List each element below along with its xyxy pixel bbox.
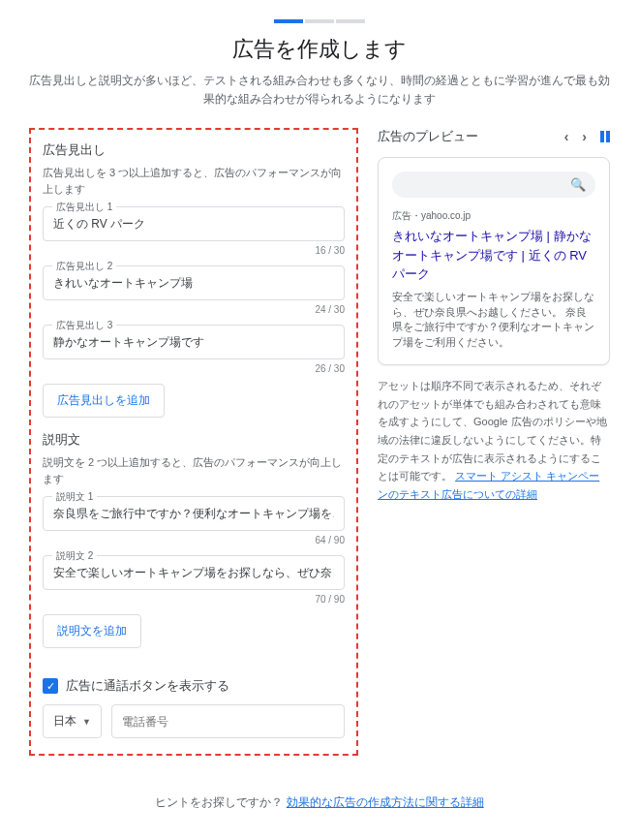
- headline-2-count: 24 / 30: [43, 304, 345, 315]
- headline-3-count: 26 / 30: [43, 363, 345, 374]
- preview-pause-button[interactable]: [600, 131, 610, 142]
- ad-description-preview: 安全で楽しいオートキャンプ場をお探しなら、ぜひ奈良県へお越しください。 奈良県を…: [392, 290, 595, 351]
- ad-preview-card: 🔍 広告・yahoo.co.jp きれいなオートキャンプ場 | 静かなオートキャ…: [378, 157, 610, 365]
- headline-3-label: 広告見出し 3: [52, 319, 116, 332]
- preview-title: 広告のプレビュー: [378, 128, 478, 145]
- show-call-button-label: 広告に通話ボタンを表示する: [66, 677, 229, 695]
- description-1-count: 64 / 90: [43, 535, 345, 545]
- ad-label: 広告・yahoo.co.jp: [392, 209, 595, 223]
- phone-input[interactable]: [111, 704, 345, 738]
- progress-bar: [29, 19, 610, 23]
- show-call-button-checkbox[interactable]: ✓: [43, 678, 58, 694]
- ad-headline-preview: きれいなオートキャンプ場 | 静かなオートキャンプ場です | 近くの RV パー…: [392, 227, 595, 284]
- preview-prev-button[interactable]: ‹: [564, 129, 569, 144]
- preview-next-button[interactable]: ›: [582, 129, 587, 144]
- page-title: 広告を作成します: [29, 35, 610, 64]
- headline-1-count: 16 / 30: [43, 245, 345, 256]
- preview-panel: 広告のプレビュー ‹ › 🔍 広告・yahoo.co.jp きれいなオートキャン…: [378, 128, 610, 756]
- add-headline-button[interactable]: 広告見出しを追加: [43, 384, 165, 418]
- description-section-help: 説明文を 2 つ以上追加すると、広告のパフォーマンスが向上します: [43, 454, 345, 486]
- preview-search-bar: 🔍: [392, 171, 595, 198]
- headline-section-title: 広告見出し: [43, 141, 345, 159]
- add-description-button[interactable]: 説明文を追加: [43, 614, 141, 648]
- hint-prefix: ヒントをお探しですか？: [155, 795, 283, 809]
- description-2-label: 説明文 2: [52, 549, 97, 563]
- hint-link[interactable]: 効果的な広告の作成方法に関する詳細: [287, 795, 484, 809]
- country-select[interactable]: 日本 ▼: [43, 704, 102, 738]
- chevron-down-icon: ▼: [82, 717, 91, 727]
- headline-section-help: 広告見出しを 3 つ以上追加すると、広告のパフォーマンスが向上します: [43, 165, 345, 197]
- description-1-label: 説明文 1: [52, 490, 97, 504]
- headline-1-label: 広告見出し 1: [52, 201, 116, 214]
- preview-note: アセットは順序不同で表示されるため、それぞれのアセットが単体でも組み合わされても…: [378, 377, 610, 504]
- country-value: 日本: [53, 713, 76, 730]
- description-section-title: 説明文: [43, 431, 345, 449]
- page-subtitle: 広告見出しと説明文が多いほど、テストされる組み合わせも多くなり、時間の経過ととも…: [29, 72, 610, 109]
- form-panel: 広告見出し 広告見出しを 3 つ以上追加すると、広告のパフォーマンスが向上します…: [29, 128, 358, 756]
- headline-2-label: 広告見出し 2: [52, 260, 116, 273]
- description-2-count: 70 / 90: [43, 594, 345, 605]
- search-icon: 🔍: [570, 177, 586, 192]
